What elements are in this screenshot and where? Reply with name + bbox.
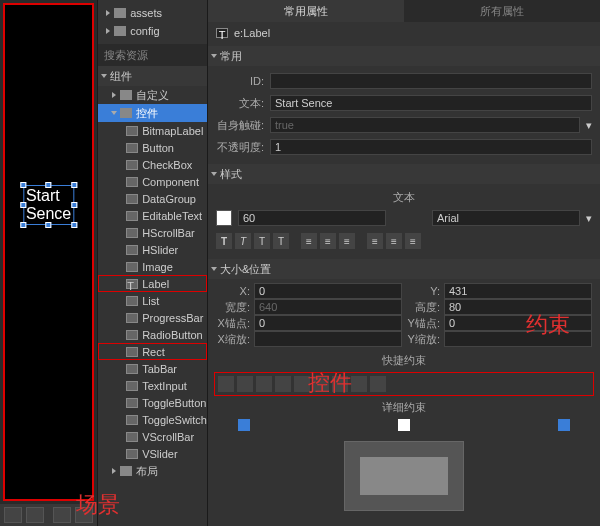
component-item-label[interactable]: TLabel [98,275,207,292]
component-item[interactable]: BitmapLabel [98,122,207,139]
section-style[interactable]: 样式 [208,164,600,184]
constraint-button[interactable] [256,376,272,392]
constraint-checkbox[interactable] [238,419,250,431]
valign-button[interactable]: ≡ [367,233,383,249]
tab-common-props[interactable]: 常用属性 [208,0,404,22]
component-item[interactable]: Component [98,173,207,190]
search-input[interactable]: 搜索资源 [98,44,207,66]
resize-handle[interactable] [71,222,77,228]
align-center-button[interactable]: ≡ [320,233,336,249]
constraint-button[interactable] [294,376,310,392]
resize-handle[interactable] [20,222,26,228]
constraint-checkbox[interactable] [558,419,570,431]
expand-icon[interactable] [111,111,117,115]
tool-button[interactable] [4,507,22,523]
asset-folder[interactable]: config [98,22,207,40]
tool-button[interactable] [53,507,71,523]
id-input[interactable] [270,73,592,89]
section-common[interactable]: 常用 [208,46,600,66]
resize-handle[interactable] [46,222,52,228]
component-item[interactable]: List [98,292,207,309]
scaley-input[interactable] [444,331,592,347]
constraint-button[interactable] [370,376,386,392]
constraint-diagram[interactable] [344,441,464,511]
constraint-button[interactable] [218,376,234,392]
component-icon [126,296,138,306]
touch-select[interactable] [270,117,580,133]
expand-icon[interactable] [211,54,217,58]
valign-button[interactable]: ≡ [405,233,421,249]
component-item[interactable]: VSlider [98,445,207,462]
expand-icon[interactable] [211,267,217,271]
resize-handle[interactable] [46,182,52,188]
x-input[interactable] [254,283,402,299]
component-item[interactable]: VScrollBar [98,428,207,445]
expand-icon[interactable] [101,74,107,78]
underline-button[interactable]: T [254,233,270,249]
expand-icon[interactable] [112,92,116,98]
folder-icon [120,108,132,118]
component-item[interactable]: TabBar [98,360,207,377]
constraint-checkbox[interactable] [398,419,410,431]
component-item[interactable]: CheckBox [98,156,207,173]
tool-button[interactable] [26,507,44,523]
components-header[interactable]: 组件 [98,66,207,86]
opacity-input[interactable] [270,139,592,155]
constraint-button[interactable] [332,376,348,392]
color-swatch[interactable] [216,210,232,226]
component-item[interactable]: RadioButton [98,326,207,343]
component-item[interactable]: HScrollBar [98,224,207,241]
expand-icon[interactable] [112,468,116,474]
expand-icon[interactable] [211,172,217,176]
component-item[interactable]: DataGroup [98,190,207,207]
anchory-input[interactable] [444,315,592,331]
tab-all-props[interactable]: 所有属性 [404,0,600,22]
component-item[interactable]: TextInput [98,377,207,394]
tool-button[interactable] [75,507,93,523]
component-item[interactable]: HSlider [98,241,207,258]
dropdown-icon[interactable]: ▾ [586,119,592,132]
section-size[interactable]: 大小&位置 [208,259,600,279]
scalex-input[interactable] [254,331,402,347]
italic-button[interactable]: T [235,233,251,249]
y-input[interactable] [444,283,592,299]
strike-button[interactable]: T [273,233,289,249]
component-group[interactable]: 布局 [98,462,207,480]
fontsize-input[interactable] [238,210,386,226]
component-group-widgets[interactable]: 控件 [98,104,207,122]
expand-icon[interactable] [106,10,110,16]
bold-button[interactable]: T [216,233,232,249]
resize-handle[interactable] [20,182,26,188]
component-group[interactable]: 自定义 [98,86,207,104]
constraint-button[interactable] [313,376,329,392]
constraint-button[interactable] [275,376,291,392]
component-item[interactable]: ToggleSwitch [98,411,207,428]
text-input[interactable] [270,95,592,111]
selected-label[interactable]: Start Sence [23,185,74,225]
component-item[interactable]: ToggleButton [98,394,207,411]
dropdown-icon[interactable]: ▾ [586,212,592,225]
resize-handle[interactable] [20,202,26,208]
component-icon [126,313,138,323]
expand-icon[interactable] [106,28,110,34]
constraint-button[interactable] [237,376,253,392]
height-input[interactable] [444,299,592,315]
valign-button[interactable]: ≡ [386,233,402,249]
component-item[interactable]: EditableText [98,207,207,224]
anchorx-input[interactable] [254,315,402,331]
align-left-button[interactable]: ≡ [301,233,317,249]
component-item-rect[interactable]: Rect [98,343,207,360]
align-right-button[interactable]: ≡ [339,233,355,249]
asset-folder[interactable]: assets [98,4,207,22]
component-item[interactable]: ProgressBar [98,309,207,326]
quick-constraints [214,372,594,396]
scene-canvas[interactable]: Start Sence [3,3,94,501]
font-select[interactable] [432,210,580,226]
resize-handle[interactable] [71,182,77,188]
resize-handle[interactable] [71,202,77,208]
component-item[interactable]: Button [98,139,207,156]
component-item[interactable]: Image [98,258,207,275]
constraint-button[interactable] [351,376,367,392]
canvas-toolbar [0,504,97,526]
width-input[interactable] [254,299,402,315]
